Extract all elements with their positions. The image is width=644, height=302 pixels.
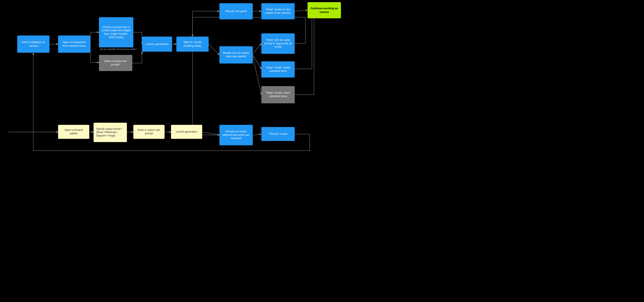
wait-results-node: Wait for results (loading state) <box>176 37 209 52</box>
keep-results-click-node: "Keep" results or click outside of the s… <box>261 3 295 19</box>
continue-canvas-node: Continue working on canvas <box>308 2 341 18</box>
discard-results-node: "Discard" results <box>261 127 295 141</box>
svg-line-17 <box>295 10 308 11</box>
results-not-exact-node: Results are not exactly what user wanted <box>220 46 253 64</box>
launch-generation-2-node: Launch generation <box>171 125 202 139</box>
keep-delete-node: "Keep" results, delete unwanted items <box>261 61 295 78</box>
retry-same-node: "Retry" with the same prompt to regenera… <box>261 33 295 54</box>
svg-line-40 <box>202 132 220 135</box>
results-good-node: Results are good <box>220 3 253 19</box>
choose-preset-node: Choose a preset from a context aware lis… <box>99 17 133 47</box>
keep-select-node: "Keep" results, select undesired items <box>261 86 295 103</box>
arrows-svg <box>0 0 644 302</box>
svg-line-20 <box>253 56 261 95</box>
flowchart-canvas: Select widget(s) on canvas Open AI dropd… <box>0 0 644 302</box>
launch-generation-1-node: Launch generation <box>142 37 172 52</box>
specify-output-node: Specify output format • Sticky • Mindmap… <box>94 123 127 142</box>
custom-text-prompt-question-node: Enter a custom text prompt? <box>99 55 132 71</box>
custom-text-prompt-2-node: Enter a custom text prompt <box>133 125 164 139</box>
svg-line-13 <box>209 44 220 55</box>
results-different-node: Results are totally different than what … <box>220 125 253 145</box>
open-ai-dropdown-node: Open AI dropdown from context menu <box>58 36 90 53</box>
svg-line-18 <box>253 44 261 54</box>
svg-line-31 <box>253 134 261 135</box>
diamond-state-label: do we maintain the previous state? <box>95 48 142 50</box>
svg-line-19 <box>253 55 261 69</box>
svg-line-38 <box>127 132 133 132</box>
open-command-palette-node: Open command palette <box>58 125 89 139</box>
select-widget-node: Select widget(s) on canvas <box>17 36 50 53</box>
